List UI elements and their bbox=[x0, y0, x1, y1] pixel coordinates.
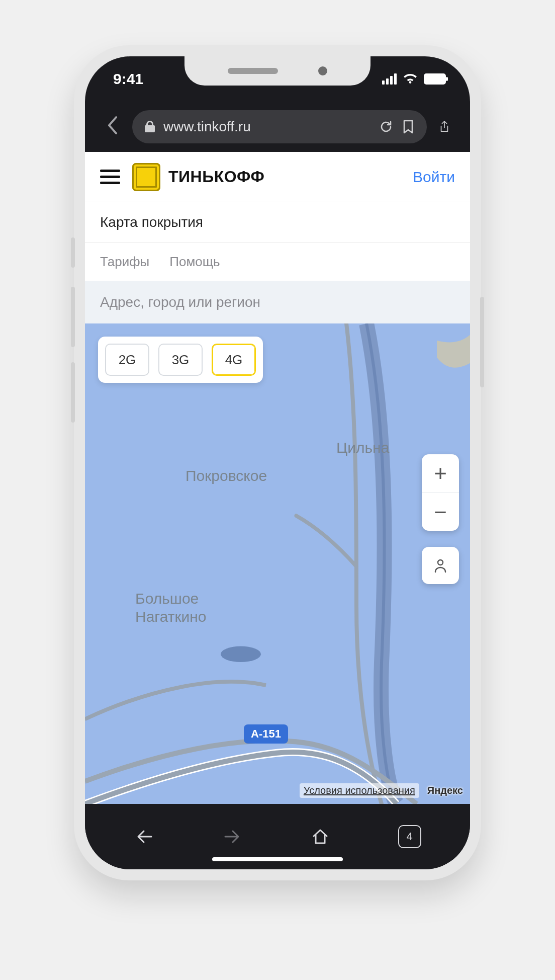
map-label-nagatkino-1: Большое bbox=[135, 590, 199, 607]
brand-crest-icon bbox=[132, 163, 160, 191]
map-footer: Условия использования Яндекс bbox=[300, 783, 463, 798]
volume-up-button bbox=[71, 287, 75, 347]
bookmark-icon[interactable] bbox=[402, 119, 415, 134]
network-3g-button[interactable]: 3G bbox=[158, 344, 203, 376]
page-content: ТИНЬКОФФ Войти Карта покрытия Тарифы Пом… bbox=[85, 152, 470, 804]
share-icon[interactable] bbox=[436, 117, 453, 137]
map-label-nagatkino-2: Нагаткино bbox=[135, 608, 207, 625]
svg-point-1 bbox=[221, 646, 261, 662]
zoom-in-button[interactable]: + bbox=[422, 454, 459, 493]
lock-icon bbox=[144, 120, 155, 133]
nav-back-button[interactable] bbox=[134, 827, 154, 847]
tabs-button[interactable]: 4 bbox=[398, 825, 421, 848]
login-link[interactable]: Войти bbox=[413, 169, 455, 186]
zoom-controls: + − bbox=[422, 454, 459, 531]
nav-home-button[interactable] bbox=[310, 827, 330, 847]
browser-back-button[interactable] bbox=[102, 111, 123, 142]
address-bar[interactable]: www.tinkoff.ru bbox=[132, 110, 427, 143]
svg-point-2 bbox=[438, 560, 443, 565]
battery-icon bbox=[424, 73, 446, 85]
url-text: www.tinkoff.ru bbox=[163, 119, 371, 135]
status-time: 9:41 bbox=[113, 70, 143, 88]
coverage-map[interactable]: Покровское Цильна Большое Нагаткино 2G 3… bbox=[85, 323, 470, 804]
site-header: ТИНЬКОФФ Войти bbox=[85, 152, 470, 202]
mute-switch bbox=[71, 237, 75, 268]
map-attribution: Яндекс bbox=[427, 785, 463, 796]
map-label-pokrovskoe: Покровское bbox=[186, 467, 267, 484]
tabs-count: 4 bbox=[406, 830, 412, 843]
subnav-tabs: Тарифы Помощь bbox=[85, 243, 470, 281]
brand-text: ТИНЬКОФФ bbox=[168, 168, 264, 186]
map-terms-link[interactable]: Условия использования bbox=[300, 783, 419, 798]
route-badge-a151: А-151 bbox=[244, 724, 288, 744]
phone-screen: 9:41 www.tinkoff.ru bbox=[85, 56, 470, 869]
page-title: Карта покрытия bbox=[85, 202, 470, 243]
zoom-out-button[interactable]: − bbox=[422, 493, 459, 531]
network-2g-button[interactable]: 2G bbox=[105, 344, 149, 376]
person-pin-icon bbox=[433, 558, 447, 573]
menu-button[interactable] bbox=[100, 170, 120, 184]
volume-down-button bbox=[71, 362, 75, 423]
power-button bbox=[480, 297, 484, 387]
phone-notch bbox=[184, 56, 371, 86]
network-4g-button[interactable]: 4G bbox=[212, 344, 256, 376]
map-label-tsilna: Цильна bbox=[336, 439, 389, 456]
nav-forward-button[interactable] bbox=[222, 827, 242, 847]
locate-me-button[interactable] bbox=[422, 547, 459, 584]
network-toggle-card: 2G 3G 4G bbox=[98, 337, 263, 383]
brand[interactable]: ТИНЬКОФФ bbox=[132, 163, 264, 191]
tab-tariffs[interactable]: Тарифы bbox=[100, 254, 149, 270]
phone-frame: 9:41 www.tinkoff.ru bbox=[74, 45, 481, 880]
wifi-icon bbox=[403, 73, 418, 85]
signal-icon bbox=[382, 73, 397, 85]
address-search-input[interactable] bbox=[100, 294, 455, 310]
tab-help[interactable]: Помощь bbox=[169, 254, 220, 270]
home-indicator[interactable] bbox=[212, 857, 343, 861]
browser-bar: www.tinkoff.ru bbox=[85, 102, 470, 152]
reload-icon[interactable] bbox=[379, 119, 394, 134]
status-right bbox=[382, 73, 446, 85]
search-row bbox=[85, 281, 470, 323]
